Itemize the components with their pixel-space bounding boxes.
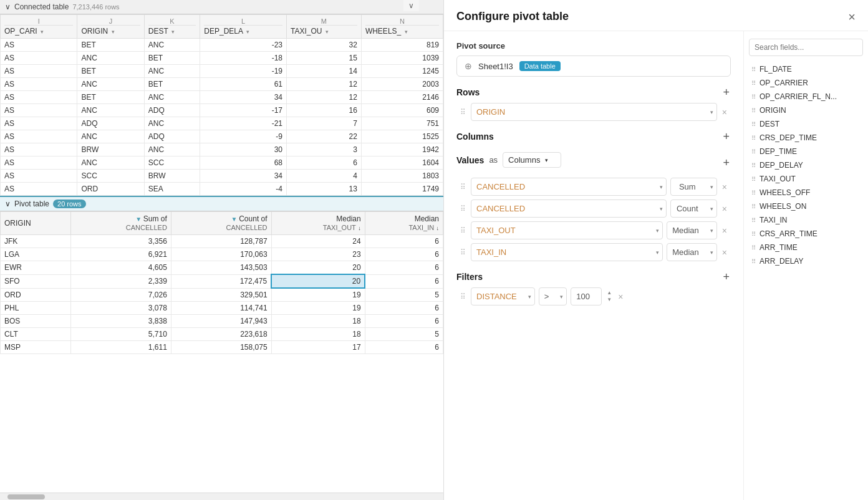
sheet-cell[interactable]: SCC: [144, 156, 200, 170]
sheet-cell[interactable]: 68: [200, 156, 287, 170]
pivot-cell[interactable]: 223,618: [171, 328, 271, 341]
horizontal-scrollbar[interactable]: [0, 493, 443, 500]
add-filter-button[interactable]: +: [721, 271, 731, 282]
pivot-cell[interactable]: 18: [271, 315, 365, 328]
filter-down-button[interactable]: ▼: [605, 297, 613, 303]
cancelled-count-field[interactable]: CANCELLED: [471, 200, 667, 218]
col-header-M[interactable]: M TAXI_OU ▾: [286, 15, 361, 39]
taxi-in-field[interactable]: TAXI_IN: [471, 243, 663, 261]
sheet-cell[interactable]: AS: [1, 183, 77, 196]
pivot-cell[interactable]: 172,475: [171, 274, 271, 288]
col-header-L[interactable]: L DEP_DELA ▾: [200, 15, 287, 39]
sheet-cell[interactable]: 1803: [361, 170, 443, 183]
sheet-cell[interactable]: 32: [286, 39, 361, 52]
col-header-N[interactable]: N WHEELS_ ▾: [361, 15, 443, 39]
pivot-cell[interactable]: 20: [271, 274, 365, 288]
pivot-cell[interactable]: 23: [271, 248, 365, 261]
pivot-cell[interactable]: 2,339: [71, 274, 171, 288]
remove-distance-filter[interactable]: ×: [617, 291, 624, 302]
sheet-cell[interactable]: BRW: [144, 170, 200, 183]
sheet-cell[interactable]: ANC: [144, 39, 200, 52]
pivot-cell[interactable]: 147,943: [171, 315, 271, 328]
pivot-cell[interactable]: 6: [365, 302, 443, 315]
distance-filter-field[interactable]: DISTANCE: [471, 287, 535, 305]
sheet-cell[interactable]: AS: [1, 170, 77, 183]
sheet-cell[interactable]: ANC: [144, 91, 200, 104]
pivot-cell[interactable]: 18: [271, 328, 365, 341]
pivot-cell[interactable]: JFK: [1, 235, 71, 248]
field-item[interactable]: ⠿WHEELS_OFF: [749, 186, 863, 200]
sheet-cell[interactable]: BET: [144, 52, 200, 65]
sheet-cell[interactable]: 3: [286, 143, 361, 156]
sheet-cell[interactable]: AS: [1, 65, 77, 78]
taxi-in-agg-select[interactable]: Median: [667, 243, 717, 261]
drag-handle-taxi-out[interactable]: ⠿: [459, 226, 467, 235]
sheet-cell[interactable]: AS: [1, 117, 77, 130]
sheet-cell[interactable]: 12: [286, 78, 361, 91]
sheet-cell[interactable]: 61: [200, 78, 287, 91]
add-value-button[interactable]: +: [721, 157, 731, 168]
sheet-cell[interactable]: 34: [200, 91, 287, 104]
sheet-cell[interactable]: 30: [200, 143, 287, 156]
pivot-cell[interactable]: 329,501: [171, 288, 271, 302]
connected-table-chevron[interactable]: ∨: [5, 2, 11, 11]
sheet-cell[interactable]: 16: [286, 104, 361, 117]
pivot-col-origin[interactable]: ORIGIN: [1, 212, 71, 235]
col-header-J[interactable]: J ORIGIN ▾: [77, 15, 144, 39]
sheet-cell[interactable]: 7: [286, 117, 361, 130]
pivot-cell[interactable]: EWR: [1, 261, 71, 275]
sheet-cell[interactable]: AS: [1, 130, 77, 143]
sheet-cell[interactable]: -4: [200, 183, 287, 196]
taxi-out-field[interactable]: TAXI_OUT: [471, 221, 663, 239]
sheet-cell[interactable]: -18: [200, 52, 287, 65]
count-agg-select[interactable]: Count: [670, 200, 717, 218]
pivot-cell[interactable]: PHL: [1, 302, 71, 315]
pivot-cell[interactable]: 5: [365, 328, 443, 341]
sheet-cell[interactable]: 22: [286, 130, 361, 143]
sheet-cell[interactable]: 34: [200, 170, 287, 183]
pivot-cell[interactable]: 24: [271, 235, 365, 248]
filter-up-button[interactable]: ▲: [605, 290, 613, 296]
pivot-cell[interactable]: 7,026: [71, 288, 171, 302]
pivot-cell[interactable]: 6: [365, 341, 443, 354]
sheet-cell[interactable]: ADQ: [144, 104, 200, 117]
field-item[interactable]: ⠿CRS_ARR_TIME: [749, 227, 863, 241]
sheet-cell[interactable]: 4: [286, 170, 361, 183]
sheet-cell[interactable]: 13: [286, 183, 361, 196]
sheet-cell[interactable]: BET: [144, 78, 200, 91]
sheet-cell[interactable]: BRW: [77, 143, 144, 156]
pivot-cell[interactable]: 19: [271, 288, 365, 302]
h-scroll-thumb[interactable]: [7, 494, 45, 499]
pivot-col-median-taxi-out[interactable]: MedianTAXI_OUT ↓: [271, 212, 365, 235]
sheet-cell[interactable]: AS: [1, 143, 77, 156]
add-column-button[interactable]: +: [721, 131, 731, 142]
pivot-cell[interactable]: 4,605: [71, 261, 171, 275]
pivot-cell[interactable]: 143,503: [171, 261, 271, 275]
sheet-cell[interactable]: ADQ: [77, 117, 144, 130]
field-item[interactable]: ⠿WHEELS_ON: [749, 200, 863, 213]
remove-origin-button[interactable]: ×: [721, 107, 728, 118]
sheet-cell[interactable]: BET: [77, 91, 144, 104]
pivot-cell[interactable]: 5,710: [71, 328, 171, 341]
sheet-cell[interactable]: ANC: [144, 117, 200, 130]
pivot-cell[interactable]: 6: [365, 248, 443, 261]
pivot-cell[interactable]: 170,063: [171, 248, 271, 261]
field-item[interactable]: ⠿OP_CARRIER_FL_N...: [749, 90, 863, 103]
remove-taxi-out[interactable]: ×: [721, 225, 728, 236]
taxi-out-agg-select[interactable]: Median: [667, 221, 717, 239]
field-item[interactable]: ⠿TAXI_IN: [749, 213, 863, 227]
sheet-cell[interactable]: 1039: [361, 52, 443, 65]
pivot-cell[interactable]: 158,075: [171, 341, 271, 354]
field-item[interactable]: ⠿ARR_DELAY: [749, 254, 863, 268]
sheet-cell[interactable]: -23: [200, 39, 287, 52]
pivot-cell[interactable]: CLT: [1, 328, 71, 341]
pivot-cell[interactable]: 128,787: [171, 235, 271, 248]
sheet-cell[interactable]: ANC: [77, 78, 144, 91]
pivot-cell[interactable]: MSP: [1, 341, 71, 354]
pivot-cell[interactable]: 3,838: [71, 315, 171, 328]
field-item[interactable]: ⠿DEP_DELAY: [749, 158, 863, 172]
sheet-cell[interactable]: 15: [286, 52, 361, 65]
sheet-cell[interactable]: -19: [200, 65, 287, 78]
pivot-cell[interactable]: 3,078: [71, 302, 171, 315]
pivot-cell[interactable]: 17: [271, 341, 365, 354]
